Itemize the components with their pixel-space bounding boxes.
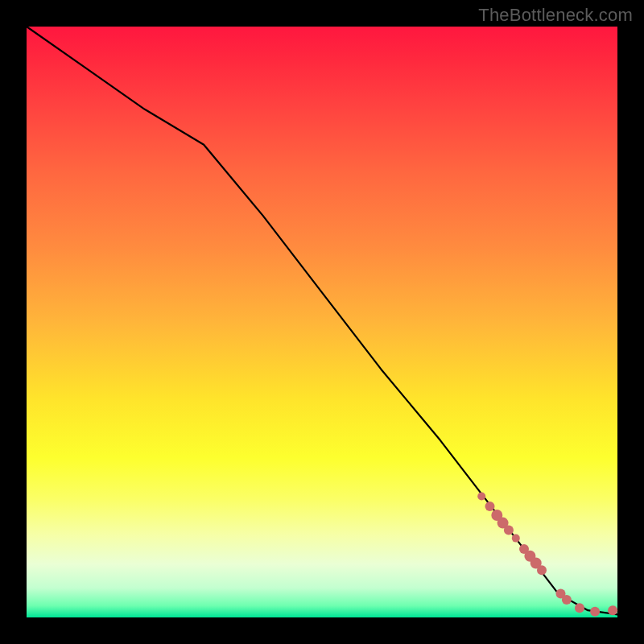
chart-frame: TheBottleneck.com: [0, 0, 644, 644]
marker-dot: [537, 565, 547, 575]
marker-dot: [512, 535, 520, 543]
marker-dot: [590, 607, 600, 617]
marker-group: [477, 493, 617, 617]
bottleneck-line: [27, 27, 617, 614]
marker-dot: [485, 502, 495, 511]
marker-dot: [575, 603, 584, 613]
marker-dot: [504, 525, 514, 535]
marker-dot: [477, 493, 485, 501]
marker-dot: [608, 605, 617, 615]
watermark-text: TheBottleneck.com: [478, 5, 633, 26]
marker-dot: [562, 595, 572, 605]
chart-svg: [27, 27, 617, 617]
